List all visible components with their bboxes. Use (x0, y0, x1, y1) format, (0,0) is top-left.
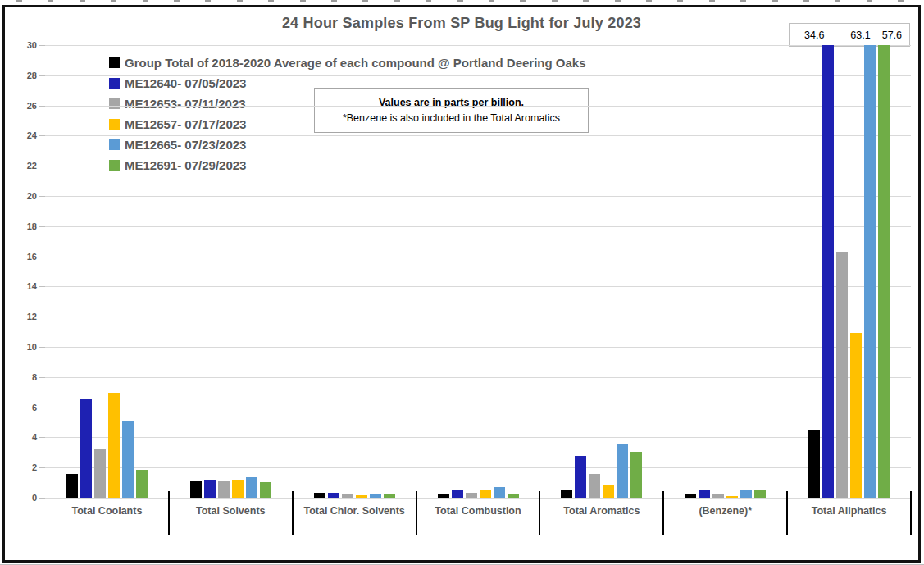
column-boundary-tick (48, 0, 53, 2)
y-axis-tick (39, 257, 45, 257)
y-axis-label: 2 (9, 462, 37, 472)
bar (314, 493, 325, 498)
column-boundary-tick (237, 0, 243, 2)
y-axis-tick (39, 196, 45, 197)
y-axis-tick (39, 377, 45, 378)
category-label: (Benzene)* (663, 505, 787, 517)
bar (204, 480, 216, 498)
y-axis-tick (39, 347, 45, 348)
gridline (45, 377, 911, 378)
column-boundary-tick (205, 0, 211, 2)
gridline (45, 166, 911, 166)
category-separator (416, 491, 417, 535)
y-axis-label: 10 (9, 342, 37, 352)
column-boundary-tick (394, 0, 400, 2)
category-label: Total Coolants (45, 505, 169, 517)
bar (370, 494, 381, 498)
plot-area: 024681012141618202224262830Total Coolant… (5, 7, 918, 560)
gridline (45, 257, 911, 257)
bar (836, 252, 848, 498)
category-label: Total Solvents (169, 505, 293, 517)
gridline (45, 75, 911, 76)
chart-frame: 24 Hour Samples From SP Bug Light for Ju… (2, 5, 921, 563)
y-axis-tick (39, 498, 45, 499)
bar (328, 493, 339, 498)
column-boundary-tick (835, 0, 840, 2)
column-boundary-tick (489, 0, 494, 2)
y-axis-tick (39, 317, 45, 317)
bar (108, 393, 120, 498)
category-label: Total Chlor. Solvents (293, 505, 416, 517)
bar (218, 481, 230, 498)
bar (822, 45, 834, 498)
chart-screenshot: 24 Hour Samples From SP Bug Light for Ju… (0, 0, 924, 565)
bar (342, 494, 353, 498)
bar (94, 449, 106, 498)
y-axis-label: 14 (9, 281, 37, 291)
bar (122, 421, 134, 498)
bar (66, 474, 78, 498)
column-boundary-tick (268, 0, 274, 2)
gridline (45, 467, 911, 468)
bar (356, 495, 367, 498)
bar (864, 45, 876, 498)
bar (850, 333, 862, 498)
column-boundary-tick (300, 0, 306, 2)
column-boundary-tick (677, 0, 683, 2)
column-boundary-tick (16, 0, 22, 2)
bar (617, 444, 628, 498)
bar (452, 490, 463, 498)
y-axis-label: 4 (9, 432, 37, 442)
category-separator (292, 491, 294, 535)
category-label: Total Aromatics (539, 505, 663, 517)
y-axis-tick (39, 408, 45, 408)
bar (480, 490, 491, 498)
y-axis-label: 8 (9, 372, 37, 382)
bar (808, 430, 820, 498)
column-boundary-tick (80, 0, 85, 2)
column-boundary-tick (898, 0, 904, 2)
gridline (45, 437, 911, 438)
category-label: Total Aliphatics (787, 505, 911, 517)
bar (726, 496, 738, 498)
y-axis-tick (39, 226, 45, 227)
bar (712, 494, 724, 498)
column-boundary-tick (426, 0, 431, 2)
category-separator (662, 491, 664, 535)
gridline (45, 286, 911, 287)
column-boundary-tick (646, 0, 652, 2)
column-boundary-tick (740, 0, 746, 2)
bar (190, 481, 202, 498)
y-axis-tick (39, 106, 45, 107)
y-axis-tick (39, 437, 45, 438)
y-axis-label: 16 (9, 252, 37, 262)
y-axis-tick (39, 75, 45, 76)
column-boundary-tick (111, 0, 116, 2)
y-axis-label: 24 (9, 130, 37, 140)
column-boundary-tick (615, 0, 621, 2)
bar (575, 456, 586, 498)
y-axis-label: 0 (9, 493, 37, 503)
bar (630, 452, 642, 498)
bar (508, 494, 519, 498)
column-boundary-tick (772, 0, 778, 2)
bar (754, 490, 766, 498)
y-axis-label: 28 (9, 71, 37, 80)
gridline (45, 317, 911, 317)
bar (494, 487, 505, 498)
bar (699, 490, 710, 498)
bar (740, 490, 752, 498)
column-boundary-tick (457, 0, 463, 2)
column-boundary-tick (362, 0, 368, 2)
y-axis-label: 26 (9, 101, 37, 111)
y-axis-label: 18 (9, 221, 37, 231)
gridline (45, 135, 911, 136)
y-axis-label: 12 (9, 312, 37, 321)
top-column-ticks (0, 0, 924, 3)
category-label: Total Combustion (416, 505, 540, 517)
column-boundary-tick (867, 0, 872, 2)
bar (260, 482, 271, 498)
bar (136, 470, 148, 498)
y-axis-tick (39, 45, 45, 46)
gridline (45, 106, 911, 107)
